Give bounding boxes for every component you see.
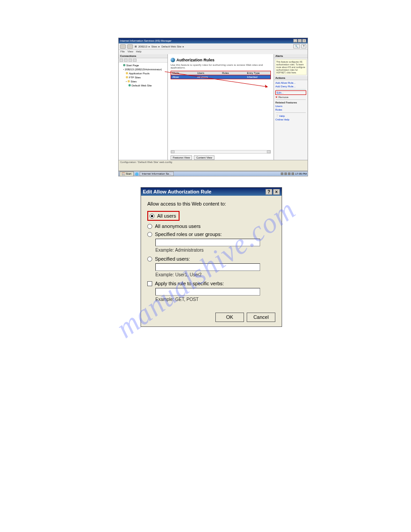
x-icon: ✕ (275, 95, 278, 99)
menu-help[interactable]: Help (136, 50, 141, 54)
maximize-button[interactable]: ▢ (298, 39, 302, 43)
cancel-button[interactable]: Cancel (247, 313, 275, 322)
statusbar: Configuration: 'Default Web Site' web.co… (119, 160, 308, 164)
menubar: File View Help (119, 50, 308, 54)
tray-icon[interactable] (291, 172, 294, 175)
alert-text: This feature configures IIS authorizatio… (275, 59, 307, 75)
radio-all-users[interactable] (150, 214, 154, 219)
actions-header: Actions (274, 76, 308, 80)
start-button[interactable]: 🪟 Start (120, 172, 134, 176)
dialog-close-button[interactable]: × (273, 189, 280, 195)
page-heading: Authorization Rules (171, 58, 271, 62)
rule-row-selected[interactable]: Allow All Users Inherited (171, 75, 271, 79)
minimize-button[interactable]: _ (293, 39, 297, 43)
action-help[interactable]: ❔ Help (275, 114, 306, 118)
radio-all-anonymous[interactable] (147, 224, 152, 229)
tree-start-page[interactable]: Start Page (120, 64, 167, 68)
action-roles[interactable]: Roles (275, 108, 306, 112)
connections-header: Connections (119, 54, 167, 58)
example-users: Example: User1, User2 (155, 272, 275, 277)
action-edit[interactable]: Edit... (277, 91, 283, 94)
window-controls: _ ▢ × (293, 39, 306, 43)
action-online-help[interactable]: Online Help (275, 118, 306, 121)
tree-app-pools[interactable]: Application Pools (120, 72, 167, 76)
connections-toolbar (119, 58, 167, 63)
action-add-allow[interactable]: Add Allow Rule... (275, 81, 306, 85)
tree-sites[interactable]: ▫ Sites (120, 80, 167, 84)
tree-server[interactable]: ▫ 208213 (208213\Administrator) (120, 68, 167, 72)
example-roles: Example: Administrators (155, 248, 275, 253)
nav-forward-icon[interactable] (127, 44, 133, 49)
page-description: Use this feature to specify rules for au… (171, 64, 271, 69)
tree-default-site[interactable]: Default Web Site (120, 84, 167, 88)
breadcrumb[interactable]: 🖥 208213▸ Sites▸ Default Web Site▸ (134, 45, 184, 48)
clock: 17:05 PM (295, 172, 307, 175)
taskbar: 🪟 Start 🌐 Internet Information Se... 17:… (118, 171, 308, 176)
ok-button[interactable]: OK (215, 313, 244, 322)
menu-view[interactable]: View (128, 50, 133, 54)
label-all-anonymous: All anonymous users (155, 223, 201, 229)
dialog-prompt: Allow access to this Web content to: (147, 201, 275, 206)
nav-back-icon[interactable] (120, 44, 126, 49)
nav-bar: 🖥 208213▸ Sites▸ Default Web Site▸ 🔧 ? (119, 43, 308, 50)
horizontal-scrollbar[interactable] (171, 150, 271, 154)
alerts-header: Alerts (274, 54, 308, 58)
scroll-right-icon[interactable] (267, 150, 270, 153)
actions-panel: Alerts This feature configures IIS autho… (274, 54, 308, 160)
tray-icon[interactable] (281, 172, 283, 175)
close-button[interactable]: × (302, 39, 306, 43)
action-remove[interactable]: ✕Remove (275, 95, 306, 99)
input-verbs[interactable] (155, 288, 260, 296)
dialog-title: Edit Allow Authorization Rule (143, 189, 211, 194)
dialog-titlebar[interactable]: Edit Allow Authorization Rule ? × (141, 188, 282, 196)
related-header: Related Features (275, 101, 306, 104)
checkbox-verbs[interactable] (147, 281, 152, 286)
nav-help-icon[interactable]: ? (301, 44, 306, 48)
iis-title: Internet Information Services (IIS) Mana… (120, 39, 171, 42)
tray-icon[interactable] (284, 172, 287, 175)
menu-file[interactable]: File (120, 50, 125, 54)
label-specified-roles: Specified roles or user groups: (155, 232, 222, 237)
conn-tool-icon[interactable] (133, 59, 137, 62)
action-add-deny[interactable]: Add Deny Rule... (275, 85, 306, 88)
tray-icon[interactable] (288, 172, 291, 175)
connections-tree: Start Page ▫ 208213 (208213\Administrato… (119, 63, 167, 89)
windows-icon: 🪟 (122, 172, 125, 176)
quicklaunch-icon[interactable]: 🌐 (135, 172, 138, 176)
tab-content-view[interactable]: Content View (194, 155, 214, 160)
label-specified-users: Specified users: (155, 256, 190, 262)
input-roles[interactable] (155, 239, 260, 246)
tab-features-view[interactable]: Features View (171, 155, 192, 160)
taskbar-item[interactable]: Internet Information Se... (140, 172, 174, 176)
conn-tool-icon[interactable] (124, 59, 128, 62)
label-verbs: Apply this rule to specific verbs: (155, 281, 224, 286)
iis-manager-window: Internet Information Services (IIS) Mana… (118, 38, 308, 171)
connections-panel: Connections Start Page ▫ 208213 (208213\… (119, 54, 168, 160)
conn-tool-icon[interactable] (128, 59, 132, 62)
action-users[interactable]: Users (275, 104, 306, 108)
highlighted-option: All users (147, 211, 180, 221)
scroll-left-icon[interactable] (171, 150, 175, 153)
radio-specified-users[interactable] (147, 257, 152, 262)
iis-titlebar[interactable]: Internet Information Services (IIS) Mana… (119, 38, 308, 43)
label-all-users: All users (157, 213, 176, 219)
input-users[interactable] (155, 263, 260, 271)
system-tray: 17:05 PM (281, 172, 307, 175)
rules-header: Mode Users Roles Entry Type (171, 71, 271, 75)
center-panel: Authorization Rules Use this feature to … (168, 54, 274, 160)
tree-ftp-sites[interactable]: FTP Sites (120, 76, 167, 80)
dialog-help-button[interactable]: ? (265, 189, 272, 195)
globe-icon (171, 58, 175, 62)
radio-specified-roles[interactable] (147, 232, 152, 237)
edit-allow-rule-dialog: Edit Allow Authorization Rule ? × Allow … (141, 187, 282, 327)
conn-tool-icon[interactable] (120, 59, 123, 62)
example-verbs: Example: GET, POST (155, 297, 275, 302)
nav-tool[interactable]: 🔧 (293, 44, 300, 48)
